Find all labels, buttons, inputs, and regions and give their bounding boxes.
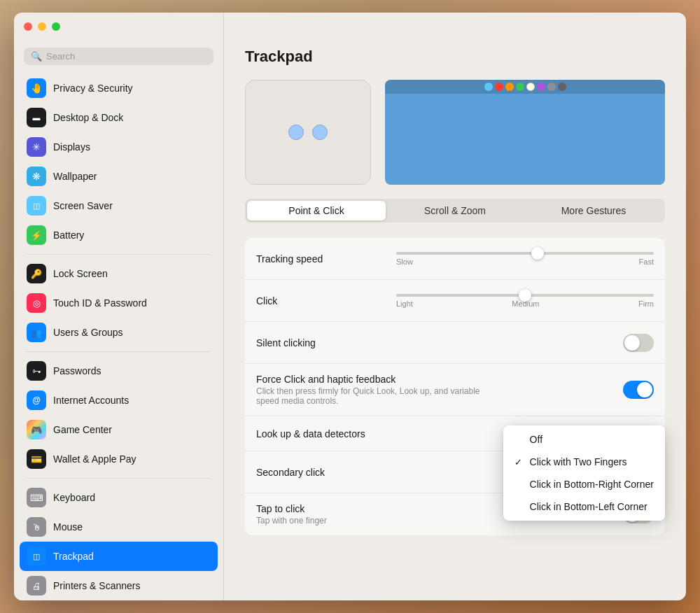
sidebar-item-wallet[interactable]: 💳 Wallet & Apple Pay xyxy=(20,444,218,474)
silent-clicking-label-wrap: Silent clicking xyxy=(256,337,396,348)
tab-point-click[interactable]: Point & Click xyxy=(247,201,386,220)
sidebar-divider-3 xyxy=(27,478,211,479)
sidebar-item-game-center[interactable]: 🎮 Game Center xyxy=(20,415,218,444)
sidebar-item-touchid[interactable]: ◎ Touch ID & Password xyxy=(20,288,218,318)
click-row: Click Light Medium Firm xyxy=(245,280,665,322)
sidebar-item-label: Mouse xyxy=(53,521,83,533)
dropdown-item-two-fingers[interactable]: ✓ Click with Two Fingers xyxy=(503,451,665,473)
sidebar-item-label: Users & Groups xyxy=(53,327,123,338)
page-title: Trackpad xyxy=(245,48,665,66)
search-bar[interactable]: 🔍 xyxy=(24,48,214,65)
minimize-button[interactable] xyxy=(38,22,46,31)
tracking-speed-control[interactable]: Slow Fast xyxy=(396,252,654,266)
internet-icon: @ xyxy=(27,390,46,410)
wallpaper-icon: ❋ xyxy=(27,167,46,186)
sidebar-item-label: Passwords xyxy=(53,365,101,376)
trackpad-dot-left xyxy=(288,125,304,140)
sidebar-item-label: Game Center xyxy=(53,424,112,435)
sidebar-item-users[interactable]: 👥 Users & Groups xyxy=(20,318,218,347)
sidebar-item-desktop-dock[interactable]: ▬ Desktop & Dock xyxy=(20,103,218,132)
sidebar-item-keyboard[interactable]: ⌨ Keyboard xyxy=(20,483,218,512)
printers-icon: 🖨 xyxy=(27,576,46,596)
keyboard-icon: ⌨ xyxy=(27,488,46,507)
dropdown-item-off[interactable]: Off xyxy=(503,428,665,451)
tab-more-gestures[interactable]: More Gestures xyxy=(524,201,663,220)
dropdown-item-bottom-right[interactable]: Click in Bottom-Right Corner xyxy=(503,473,665,495)
game-center-icon: 🎮 xyxy=(27,420,46,439)
desktop-dock-icon: ▬ xyxy=(27,108,46,127)
sidebar-item-label: Wallpaper xyxy=(53,171,97,182)
desktop-taskbar xyxy=(385,80,665,94)
sidebar-item-lock-screen[interactable]: 🔑 Lock Screen xyxy=(20,259,218,288)
users-icon: 👥 xyxy=(27,323,46,342)
click-min: Light xyxy=(396,300,413,308)
click-max: Firm xyxy=(638,300,654,308)
privacy-icon: 🤚 xyxy=(27,78,46,98)
main-window: 🔍 🤚 Privacy & Security ▬ Desktop & Dock … xyxy=(14,13,686,600)
taskbar-color-4 xyxy=(516,83,524,91)
sidebar-item-label: Touch ID & Password xyxy=(53,297,147,309)
taskbar-color-5 xyxy=(526,83,535,91)
tab-scroll-zoom[interactable]: Scroll & Zoom xyxy=(386,201,524,220)
maximize-button[interactable] xyxy=(52,22,60,31)
sidebar-item-passwords[interactable]: 🗝 Passwords xyxy=(20,356,218,386)
desktop-preview xyxy=(385,80,665,185)
force-click-knob xyxy=(637,382,652,397)
dropdown-item-off-label: Off xyxy=(530,434,542,445)
click-control[interactable]: Light Medium Firm xyxy=(396,294,654,308)
taskbar-color-1 xyxy=(484,83,493,91)
sidebar-item-label: Trackpad xyxy=(53,551,94,562)
trackpad-dot-right xyxy=(312,125,328,140)
silent-clicking-toggle[interactable] xyxy=(623,334,654,352)
taskbar-color-2 xyxy=(495,83,503,91)
trackpad-preview xyxy=(245,80,371,185)
displays-icon: ✳ xyxy=(27,137,46,157)
dropdown-item-two-fingers-label: Click with Two Fingers xyxy=(530,456,627,467)
sidebar-item-label: Wallet & Apple Pay xyxy=(53,453,136,465)
sidebar-item-label: Printers & Scanners xyxy=(53,580,141,591)
force-click-sublabel: Click then press firmly for Quick Look, … xyxy=(256,386,480,406)
sidebar-item-mouse[interactable]: 🖱 Mouse xyxy=(20,512,218,542)
dropdown-menu[interactable]: Off ✓ Click with Two Fingers Click in Bo… xyxy=(503,425,665,521)
sidebar-item-internet[interactable]: @ Internet Accounts xyxy=(20,386,218,415)
dropdown-item-bottom-right-label: Click in Bottom-Right Corner xyxy=(530,479,654,490)
force-click-label: Force Click and haptic feedback xyxy=(256,374,480,385)
sidebar-item-wallpaper[interactable]: ❋ Wallpaper xyxy=(20,162,218,191)
secondary-click-label: Secondary click xyxy=(256,467,325,478)
sidebar: 🔍 🤚 Privacy & Security ▬ Desktop & Dock … xyxy=(14,13,224,600)
sidebar-item-screen-saver[interactable]: ◫ Screen Saver xyxy=(20,191,218,220)
search-input[interactable] xyxy=(46,51,206,62)
silent-clicking-knob xyxy=(624,335,640,351)
close-button[interactable] xyxy=(24,22,32,31)
tracking-speed-thumb[interactable] xyxy=(531,247,544,260)
lookup-label: Look up & data detectors xyxy=(256,428,365,439)
search-icon: 🔍 xyxy=(31,51,42,62)
sidebar-item-label: Desktop & Dock xyxy=(53,112,123,123)
sidebar-item-label: Displays xyxy=(53,141,90,153)
sidebar-item-displays[interactable]: ✳ Displays xyxy=(20,132,218,162)
tracking-speed-fill xyxy=(396,252,538,255)
sidebar-item-privacy[interactable]: 🤚 Privacy & Security xyxy=(20,73,218,103)
sidebar-divider-2 xyxy=(27,351,211,352)
click-thumb[interactable] xyxy=(519,289,531,302)
taskbar-color-6 xyxy=(537,83,545,91)
tap-to-click-label-wrap: Tap to click Tap with one finger xyxy=(256,503,396,526)
tracking-speed-labels: Slow Fast xyxy=(396,258,654,266)
click-track[interactable] xyxy=(396,294,654,297)
screen-saver-icon: ◫ xyxy=(27,196,46,216)
click-fill xyxy=(396,294,525,297)
tracking-speed-track[interactable] xyxy=(396,252,654,255)
dropdown-item-bottom-left[interactable]: Click in Bottom-Left Corner xyxy=(503,495,665,518)
sidebar-item-trackpad[interactable]: ◫ Trackpad xyxy=(20,542,218,571)
force-click-toggle[interactable] xyxy=(623,381,654,399)
sidebar-item-printers[interactable]: 🖨 Printers & Scanners xyxy=(20,571,218,600)
battery-icon: ⚡ xyxy=(27,225,46,245)
silent-clicking-label: Silent clicking xyxy=(256,337,396,348)
titlebar xyxy=(14,13,686,41)
trackpad-icon: ◫ xyxy=(27,547,46,566)
tracking-speed-label: Tracking speed xyxy=(256,253,396,265)
tap-to-click-sublabel: Tap with one finger xyxy=(256,516,396,526)
lock-screen-icon: 🔑 xyxy=(27,264,46,283)
sidebar-item-battery[interactable]: ⚡ Battery xyxy=(20,220,218,250)
sidebar-item-label: Keyboard xyxy=(53,492,95,503)
